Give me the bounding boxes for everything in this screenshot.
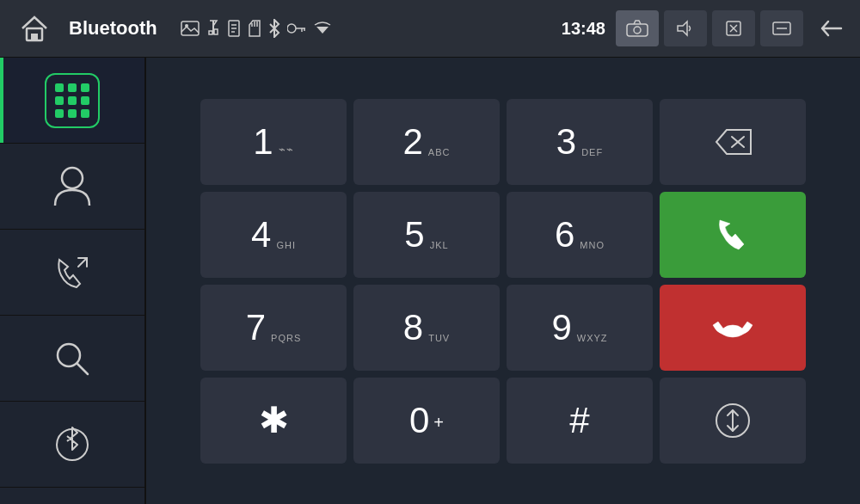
search-icon — [53, 340, 91, 378]
volume-button[interactable] — [664, 10, 707, 46]
dial-button-swap[interactable] — [660, 378, 806, 464]
svg-point-27 — [62, 168, 83, 188]
main-content: 1 ⌁⌁ 2 ABC 3 DEF — [0, 58, 860, 504]
image-icon — [181, 21, 200, 36]
svg-rect-6 — [214, 29, 218, 34]
dial-button-call[interactable] — [660, 192, 806, 278]
home-button[interactable] — [9, 13, 60, 44]
bluetooth-status-icon — [268, 19, 280, 38]
top-bar-controls — [616, 10, 851, 46]
usb-icon — [206, 19, 220, 38]
dialpad-area: 1 ⌁⌁ 2 ABC 3 DEF — [146, 58, 860, 504]
camera-button[interactable] — [616, 10, 659, 46]
dial-button-6[interactable]: 6 MNO — [507, 192, 653, 278]
svg-rect-1 — [31, 34, 38, 40]
svg-marker-21 — [678, 22, 687, 35]
hangup-icon — [710, 315, 756, 341]
back-button[interactable] — [808, 10, 851, 46]
dial-button-hangup[interactable] — [660, 285, 806, 371]
top-bar: Bluetooth 13:48 — [0, 0, 860, 58]
svg-rect-19 — [627, 24, 648, 36]
svg-point-28 — [58, 344, 80, 366]
sidebar-item-recent[interactable] — [0, 230, 144, 316]
contacts-icon — [51, 163, 94, 210]
backspace-icon — [711, 126, 754, 157]
dial-button-2[interactable]: 2 ABC — [353, 99, 500, 185]
bluetooth-sidebar-icon — [55, 426, 89, 464]
sidebar-item-dialpad[interactable] — [0, 58, 144, 144]
grid-dots — [55, 83, 89, 118]
svg-line-29 — [77, 364, 88, 374]
dial-button-0[interactable]: 0 + — [353, 378, 500, 464]
sdcard-icon — [248, 20, 261, 37]
sidebar — [0, 58, 146, 504]
close-button[interactable] — [712, 10, 755, 46]
dial-button-8[interactable]: 8 TUV — [353, 285, 500, 371]
sidebar-item-search[interactable] — [0, 316, 144, 402]
dial-button-7[interactable]: 7 PQRS — [200, 285, 347, 371]
dialpad-grid: 1 ⌁⌁ 2 ABC 3 DEF — [200, 99, 806, 464]
dial-button-1[interactable]: 1 ⌁⌁ — [200, 99, 347, 185]
svg-rect-5 — [209, 31, 212, 34]
dial-button-4[interactable]: 4 GHI — [200, 192, 347, 278]
clock: 13:48 — [562, 19, 605, 39]
svg-marker-18 — [316, 27, 329, 34]
doc-icon — [227, 20, 241, 37]
dial-button-star[interactable]: ✱ — [200, 378, 347, 464]
minimize-button[interactable] — [760, 10, 803, 46]
key-icon — [287, 22, 306, 34]
signal-icon — [313, 22, 332, 35]
dial-button-9[interactable]: 9 WXYZ — [507, 285, 653, 371]
call-icon — [711, 213, 754, 256]
swap-icon — [714, 402, 752, 439]
dial-button-5[interactable]: 5 JKL — [353, 192, 500, 278]
dial-button-3[interactable]: 3 DEF — [507, 99, 653, 185]
status-icons — [181, 19, 551, 38]
page-title: Bluetooth — [69, 17, 172, 40]
dial-button-backspace[interactable] — [660, 99, 806, 185]
dial-button-hash[interactable]: # — [507, 378, 653, 464]
dialpad-icon — [45, 73, 100, 128]
sidebar-item-bluetooth[interactable] — [0, 402, 144, 488]
recent-calls-icon — [51, 251, 94, 294]
sidebar-item-contacts[interactable] — [0, 144, 144, 230]
svg-point-20 — [634, 27, 641, 34]
svg-point-14 — [287, 24, 296, 33]
